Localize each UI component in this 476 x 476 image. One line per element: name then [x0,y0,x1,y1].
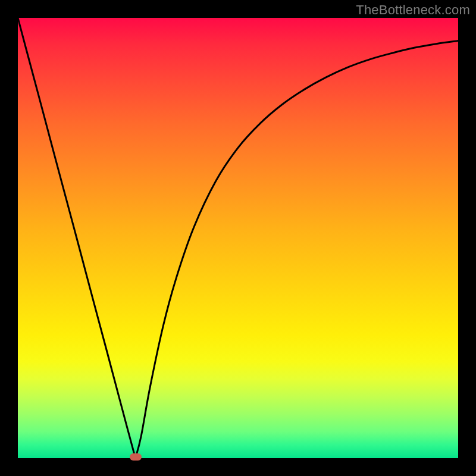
watermark-text: TheBottleneck.com [356,2,470,18]
chart-frame: TheBottleneck.com [0,0,476,476]
plot-area [18,18,458,458]
bottleneck-curve [18,18,458,458]
optimal-marker [130,453,142,461]
